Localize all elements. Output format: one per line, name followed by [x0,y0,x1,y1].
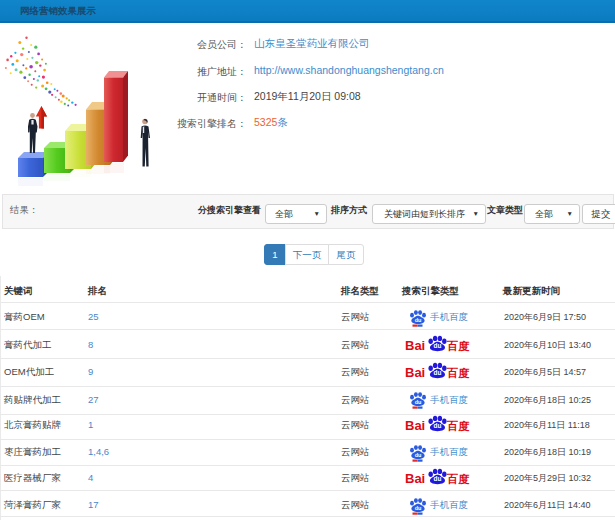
svg-text:Bai: Bai [405,365,425,380]
svg-text:百度: 百度 [446,420,470,432]
svg-text:Bai: Bai [405,418,425,433]
svg-text:百度: 百度 [446,367,470,379]
svg-text:du: du [415,316,422,322]
svg-text:du: du [415,452,422,458]
svg-text:du: du [415,504,422,510]
svg-text:du: du [434,342,442,349]
svg-text:du: du [434,422,442,429]
svg-text:百度: 百度 [446,339,470,351]
svg-text:Bai: Bai [405,471,425,486]
svg-text:du: du [434,369,442,376]
svg-text:Bai: Bai [405,337,425,352]
svg-text:du: du [434,475,442,482]
svg-text:百度: 百度 [446,473,470,485]
svg-text:du: du [415,399,422,405]
